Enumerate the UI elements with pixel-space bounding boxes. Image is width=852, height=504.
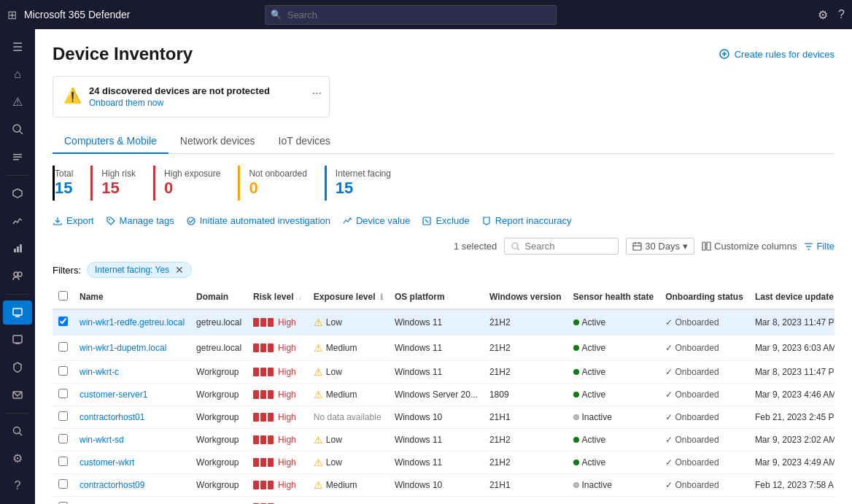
row-name[interactable]: win-wkrt-sd — [74, 429, 190, 451]
alert-subtitle[interactable]: Onboard them now — [89, 98, 270, 108]
settings-icon[interactable]: ⚙ — [818, 8, 828, 22]
sidebar-item-email[interactable] — [3, 382, 32, 407]
row-checkbox-cell[interactable] — [53, 451, 74, 474]
tab-computers-mobile[interactable]: Computers & Mobile — [53, 129, 169, 154]
row-winver: 21H2 — [484, 336, 568, 361]
row-checkbox[interactable] — [58, 411, 68, 421]
filter-tag-remove[interactable]: ✕ — [175, 264, 184, 276]
alert-text: 24 discovered devices are not protected … — [89, 85, 270, 108]
sidebar-item-actions[interactable] — [3, 144, 32, 169]
row-checkbox[interactable] — [58, 342, 68, 352]
row-lastupdate: Mar 9, 2023 4:49 AM — [749, 451, 834, 474]
row-os: Windows 10 — [389, 406, 484, 429]
toolbar-search-input[interactable] — [524, 241, 612, 252]
device-value-button[interactable]: Device value — [342, 215, 410, 226]
automated-inv-button[interactable]: Initiate automated investigation — [186, 215, 330, 226]
alert-menu-button[interactable]: ... — [312, 84, 322, 97]
row-name[interactable]: customer-wkrt — [74, 451, 190, 474]
row-risk: High — [247, 451, 308, 474]
row-name[interactable]: win-wkr1-redfe.getreu.local — [74, 309, 190, 336]
sidebar-item-reports[interactable] — [3, 236, 32, 261]
sidebar-item-partners[interactable] — [3, 263, 32, 288]
row-name[interactable]: win-wkrt-c — [74, 361, 190, 384]
row-name[interactable]: customer-wkrt — [74, 497, 190, 505]
sidebar-item-search[interactable] — [3, 419, 32, 444]
row-checkbox-cell[interactable] — [53, 336, 74, 361]
stat-notonboard-value: 0 — [249, 179, 306, 198]
customize-columns-button[interactable]: Customize columns — [702, 241, 797, 252]
export-button[interactable]: Export — [53, 215, 94, 226]
manage-tags-button[interactable]: Manage tags — [106, 215, 174, 226]
svg-rect-10 — [13, 309, 22, 315]
sensor-dot — [573, 460, 579, 465]
row-name[interactable]: contractorhost09 — [74, 474, 190, 497]
risk-sort-icon[interactable]: ↓ — [298, 293, 302, 301]
tab-network-devices[interactable]: Network devices — [169, 129, 267, 154]
tag-icon — [106, 216, 116, 226]
sidebar-item-assets[interactable] — [3, 301, 32, 325]
row-checkbox[interactable] — [58, 389, 68, 398]
sensor-dot — [573, 319, 579, 325]
table-row: customer-server1 Workgroup High ⚠Medium … — [53, 384, 834, 406]
filter-button[interactable]: Filte — [804, 241, 834, 252]
row-checkbox-cell[interactable] — [53, 309, 74, 336]
rules-icon — [719, 48, 730, 60]
row-checkbox-cell[interactable] — [53, 497, 74, 505]
search-icon: 🔍 — [271, 9, 282, 20]
row-checkbox[interactable] — [58, 317, 68, 326]
row-risk: High — [247, 406, 308, 429]
row-checkbox[interactable] — [58, 366, 68, 376]
exclude-button[interactable]: Exclude — [422, 215, 469, 226]
sidebar-divider-2 — [7, 294, 28, 295]
table-row: customer-wkrt Workgroup High ⚠Low Window… — [53, 451, 834, 474]
row-lastupdate: Mar 9, 2023 6:03 AM — [749, 336, 834, 361]
topbar-actions: ⚙ ? — [818, 8, 845, 22]
select-all-header[interactable] — [53, 285, 74, 309]
create-rules-button[interactable]: Create rules for devices — [719, 48, 834, 60]
row-checkbox-cell[interactable] — [53, 429, 74, 451]
onboard-check: ✓ Onboarded — [665, 367, 719, 377]
report-inaccuracy-button[interactable]: Report inaccuracy — [481, 215, 572, 226]
sidebar-item-help[interactable]: ? — [3, 474, 32, 499]
sidebar-item-hunting[interactable] — [3, 117, 32, 142]
row-domain: Workgroup — [190, 429, 247, 451]
row-checkbox-cell[interactable] — [53, 384, 74, 406]
row-name[interactable]: customer-server1 — [74, 384, 190, 406]
sidebar-item-settings[interactable]: ⚙ — [3, 446, 32, 471]
row-checkbox[interactable] — [58, 457, 68, 466]
row-checkbox[interactable] — [58, 434, 68, 443]
row-risk: High — [247, 384, 308, 406]
grid-icon: ⊞ — [7, 8, 17, 22]
row-name[interactable]: contractorhost01 — [74, 406, 190, 429]
row-checkbox[interactable] — [58, 479, 68, 489]
row-exposure: ⚠Medium — [308, 474, 389, 497]
row-os: Windows 10 — [389, 474, 484, 497]
toolbar: Export Manage tags Initiate automated in… — [53, 215, 834, 255]
date-filter[interactable]: 30 Days ▾ — [626, 238, 694, 255]
row-domain: Workgroup — [190, 361, 247, 384]
sidebar-item-endpoints[interactable] — [3, 327, 32, 352]
sidebar-item-menu[interactable]: ☰ — [3, 35, 32, 60]
device-value-label: Device value — [356, 215, 410, 226]
row-name[interactable]: win-wkr1-dupetm.local — [74, 336, 190, 361]
filters-row: Filters: Internet facing: Yes ✕ — [53, 262, 834, 278]
row-domain: Workgroup — [190, 474, 247, 497]
alert-title: 24 discovered devices are not protected — [89, 85, 270, 96]
search-input[interactable] — [265, 5, 557, 25]
sidebar-item-incidents[interactable]: ⚠ — [3, 90, 32, 115]
stat-high-risk: High risk 15 — [90, 166, 153, 201]
sidebar-item-home[interactable]: ⌂ — [3, 63, 32, 88]
sidebar-item-secure-score[interactable] — [3, 209, 32, 233]
row-exposure: ⚠Low — [308, 497, 389, 505]
sidebar-item-threat-intel[interactable] — [3, 182, 32, 206]
onboard-check: ✓ Onboarded — [665, 343, 719, 353]
row-checkbox-cell[interactable] — [53, 361, 74, 384]
sensor-dot — [573, 392, 579, 398]
row-checkbox-cell[interactable] — [53, 474, 74, 497]
row-checkbox-cell[interactable] — [53, 406, 74, 429]
tab-iot-devices[interactable]: IoT devices — [267, 129, 342, 154]
sidebar-item-vulnerability[interactable] — [3, 355, 32, 380]
select-all-checkbox[interactable] — [58, 291, 68, 301]
row-exposure: No data available — [308, 406, 389, 429]
help-icon[interactable]: ? — [838, 8, 845, 21]
